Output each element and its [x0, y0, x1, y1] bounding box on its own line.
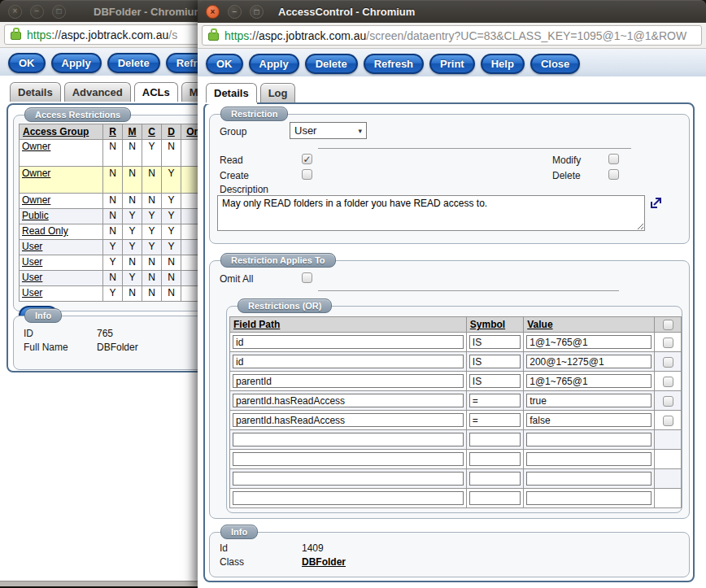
maximize-icon[interactable]: □: [52, 5, 66, 19]
permission-cell: Y: [142, 209, 162, 224]
delete-button[interactable]: Delete: [305, 54, 358, 74]
class-value-link[interactable]: DBFolder: [302, 556, 346, 568]
restriction-field-input[interactable]: [233, 452, 464, 466]
url-scheme: https: [224, 29, 249, 42]
access-group-link[interactable]: Read Only: [22, 225, 68, 237]
restriction-symbol-input[interactable]: [469, 433, 521, 446]
column-header-c[interactable]: C: [142, 124, 162, 140]
delete-button[interactable]: Delete: [107, 53, 160, 73]
ok-button[interactable]: OK: [206, 54, 243, 74]
restriction-row-checkbox[interactable]: [663, 377, 673, 387]
restriction-row-checkbox[interactable]: [663, 357, 673, 368]
lock-icon[interactable]: [11, 32, 21, 40]
restrictions-table: Field Path Symbol Value: [229, 316, 682, 508]
restriction-row-checkbox[interactable]: [663, 416, 673, 426]
restriction-field-input[interactable]: [233, 355, 464, 368]
column-header-select: [655, 317, 682, 333]
apply-button[interactable]: Apply: [51, 53, 102, 73]
close-glyph: ×: [211, 8, 216, 16]
expand-icon[interactable]: [649, 196, 663, 210]
restriction-field-input[interactable]: [233, 394, 464, 407]
minimize-icon[interactable]: −: [228, 5, 242, 19]
create-checkbox[interactable]: ✓: [302, 169, 312, 180]
restriction-value-input[interactable]: [526, 491, 652, 505]
restriction-row-checkbox[interactable]: [663, 396, 673, 407]
access-group-link[interactable]: User: [22, 256, 42, 268]
access-group-link[interactable]: Owner: [22, 168, 50, 179]
ok-button[interactable]: OK: [8, 53, 46, 73]
column-header-d[interactable]: D: [162, 124, 181, 140]
restriction-symbol-input[interactable]: [469, 374, 521, 388]
restriction-field-input[interactable]: [233, 491, 464, 505]
access-group-link[interactable]: User: [22, 241, 42, 252]
print-button[interactable]: Print: [429, 54, 475, 74]
restriction-value-input[interactable]: [526, 335, 652, 349]
omit-all-checkbox[interactable]: ✓: [302, 272, 312, 283]
minimize-icon[interactable]: −: [30, 5, 44, 19]
help-button[interactable]: Help: [481, 54, 525, 74]
restriction-value-input[interactable]: [526, 452, 652, 466]
column-header-value[interactable]: Value: [524, 317, 655, 333]
restriction-value-input[interactable]: [526, 472, 652, 486]
restriction-symbol-input[interactable]: [469, 335, 521, 349]
tab-advanced[interactable]: Advanced: [64, 82, 131, 102]
access-group-link[interactable]: Public: [22, 210, 49, 221]
read-label: Read: [220, 155, 243, 166]
tab-log[interactable]: Log: [260, 83, 296, 102]
restriction-value-input[interactable]: [526, 433, 652, 446]
restriction-symbol-input[interactable]: [469, 472, 521, 486]
restriction-field-input[interactable]: [233, 413, 464, 427]
restriction-row: [230, 450, 682, 469]
select-all-checkbox[interactable]: [663, 320, 673, 330]
access-group-link[interactable]: Owner: [22, 141, 50, 152]
delete-checkbox[interactable]: ✓: [608, 169, 619, 180]
restriction-field-input[interactable]: [233, 335, 464, 349]
table-header-row: Field Path Symbol Value: [230, 317, 682, 333]
restriction-value-input[interactable]: [526, 374, 652, 388]
restriction-field-input[interactable]: [233, 433, 464, 446]
column-header-symbol[interactable]: Symbol: [466, 317, 523, 333]
refresh-button[interactable]: Refresh: [364, 54, 424, 74]
permission-cell: Y: [103, 240, 123, 255]
read-checkbox[interactable]: ✓: [302, 154, 312, 164]
lock-icon[interactable]: [208, 33, 219, 41]
column-header-m[interactable]: M: [123, 124, 142, 140]
column-header-access-group[interactable]: Access Group: [20, 124, 103, 140]
permission-cell: Y: [142, 224, 162, 240]
restriction-symbol-input[interactable]: [469, 452, 521, 466]
restriction-row-checkbox[interactable]: [663, 338, 673, 348]
restriction-field-input[interactable]: [233, 374, 464, 388]
access-group-link[interactable]: User: [22, 272, 42, 283]
apply-button[interactable]: Apply: [249, 54, 299, 74]
restriction-symbol-input[interactable]: [469, 394, 521, 407]
restriction-symbol-input[interactable]: [469, 355, 521, 368]
close-icon[interactable]: ×: [8, 5, 22, 19]
address-bar-row: https://aspc.jobtrack.com.au/screen/data…: [198, 23, 706, 49]
close-icon[interactable]: ×: [206, 5, 220, 19]
page-content: DetailsLog Restriction Group User ▾ Read…: [198, 76, 706, 588]
id-value: 765: [97, 328, 113, 339]
maximize-icon[interactable]: □: [250, 5, 264, 19]
group-select[interactable]: User ▾: [290, 122, 367, 139]
description-textarea[interactable]: May only READ folders in a folder you ha…: [217, 195, 645, 231]
access-group-link[interactable]: User: [22, 287, 42, 298]
restriction-symbol-input[interactable]: [469, 413, 521, 427]
close-button[interactable]: Close: [530, 54, 580, 74]
tab-details[interactable]: Details: [10, 82, 61, 102]
restriction-symbol-input[interactable]: [469, 491, 521, 505]
url-input[interactable]: https://aspc.jobtrack.com.au/screen/data…: [202, 25, 702, 46]
accesscontrol-titlebar[interactable]: × − □ AccessControl - Chromium: [198, 0, 706, 23]
restriction-field-input[interactable]: [233, 472, 464, 486]
restriction-fieldset: Restriction Group User ▾ Read ✓ Modify ✓…: [209, 114, 690, 244]
access-group-link[interactable]: Owner: [22, 194, 50, 206]
restriction-value-input[interactable]: [526, 413, 652, 427]
restriction-row: [230, 333, 682, 352]
modify-checkbox[interactable]: ✓: [608, 154, 619, 164]
restriction-value-input[interactable]: [526, 394, 652, 407]
tab-details[interactable]: Details: [206, 83, 257, 102]
column-header-field-path[interactable]: Field Path: [230, 317, 467, 333]
column-header-r[interactable]: R: [103, 124, 123, 140]
restriction-value-input[interactable]: [526, 355, 652, 368]
tab-acls[interactable]: ACLs: [134, 82, 178, 102]
permission-cell: N: [103, 194, 123, 209]
